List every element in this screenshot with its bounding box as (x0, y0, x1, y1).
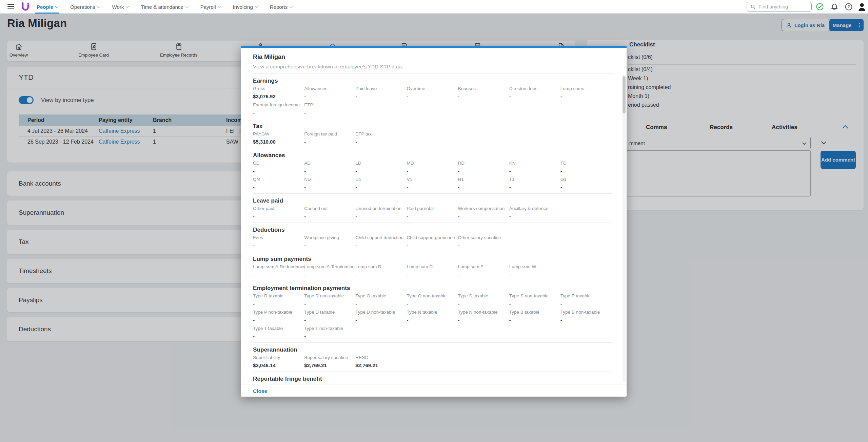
close-button[interactable]: Close (253, 388, 267, 394)
field: Lump sum A:Redundancy- (253, 264, 304, 277)
section-title: Employment termination payments (253, 285, 612, 292)
field: MD- (407, 161, 458, 174)
field-label: AD (304, 161, 355, 166)
field-value: - (253, 213, 304, 219)
field: Type S non-taxable- (509, 293, 560, 307)
field: Gross$3,076.92 (253, 86, 304, 99)
help-icon[interactable]: ? (845, 3, 853, 11)
section-field-grid: Fees-Workplace giving-Child support dedu… (253, 235, 612, 248)
field-value: - (509, 213, 560, 219)
field-label: H1 (458, 177, 509, 182)
field-value: - (407, 243, 458, 248)
field-label: Type O taxable (355, 293, 407, 298)
scrollbar-thumb[interactable] (623, 76, 626, 113)
field: Child support deduction- (355, 235, 407, 248)
field-value: - (304, 317, 355, 323)
field-label: Type R taxable (253, 293, 304, 298)
section-title: Superannuation (253, 346, 612, 353)
field: LD- (355, 161, 407, 174)
field: AD- (304, 161, 355, 174)
search-input[interactable] (758, 4, 806, 9)
field-value: - (458, 272, 509, 277)
nav-item-time-attendance[interactable]: Time & attendance (141, 0, 188, 14)
nav-item-operations[interactable]: Operations (70, 0, 100, 14)
field-label: Ancillary & defence (509, 206, 560, 211)
nav-item-people[interactable]: People (37, 0, 58, 14)
field-value: - (560, 93, 612, 99)
field-label: Super liability (253, 355, 304, 360)
field-label: Type B non-taxable (560, 310, 612, 315)
scrollbar-track[interactable] (623, 75, 626, 382)
chevron-down-icon (255, 4, 258, 8)
field: RESC$2,769.21 (355, 355, 407, 368)
field-label: Type N non-taxable (458, 310, 509, 315)
modal-section-leave-paid: Leave paidOther paid-Cashed out-Unused o… (253, 194, 612, 223)
chevron-down-icon (218, 4, 221, 8)
divider (241, 384, 627, 384)
modal-section-deductions: DeductionsFees-Workplace giving-Child su… (253, 223, 612, 252)
modal-body: EarningsGross$3,076.92Allowances-Paid le… (253, 74, 612, 383)
notifications-bell-icon[interactable] (830, 3, 839, 11)
field: Other paid- (253, 206, 304, 219)
app-root: PeopleOperationsWorkTime & attendancePay… (0, 0, 868, 442)
section-title: Reportable fringe benefit (253, 376, 612, 382)
field: G1- (560, 177, 612, 190)
section-field-grid: Lump sum A:Redundancy-Lump sum A:Termina… (253, 264, 612, 277)
field-label: Lump sum D (407, 264, 458, 269)
field-value: - (458, 301, 509, 307)
field: Lump sum B- (355, 264, 407, 277)
field-label: RESC (355, 355, 407, 360)
field-label: ETP tax (355, 131, 407, 136)
field: Type N taxable- (407, 310, 458, 323)
field-label: Lump sum B (355, 264, 407, 269)
field-label: Type P non-taxable (253, 310, 304, 315)
field-value: - (560, 168, 612, 174)
modal-section-tax: TaxPAYGW$5,310.00Foreign tax paid-ETP ta… (253, 119, 612, 148)
field-label: Other paid (253, 206, 304, 211)
nav-item-invoicing[interactable]: Invoicing (233, 0, 258, 14)
field-label: U1 (355, 177, 407, 182)
section-field-grid: Super liability$3,046.14Super salary sac… (253, 355, 612, 368)
field: RD- (458, 161, 509, 174)
field: Workplace giving- (304, 235, 355, 248)
field: Type O taxable- (355, 293, 407, 307)
field-label: Lump sum E (458, 264, 509, 269)
modal-section-allowances: AllowancesCD-AD-LD-MD-RD-KN-TD-QN-ND-U1-… (253, 148, 612, 194)
field: Workers compensation- (458, 206, 509, 219)
nav-item-work[interactable]: Work (112, 0, 129, 14)
field: Type D taxable- (304, 310, 355, 323)
brand-logo-icon[interactable] (21, 2, 30, 12)
field-value: - (304, 333, 355, 339)
field-value: $3,046.14 (253, 362, 304, 368)
nav-item-label: Operations (70, 4, 95, 10)
field: U1- (355, 177, 407, 190)
field: Type D non-taxable- (355, 310, 407, 323)
field: Paid parental- (407, 206, 458, 219)
field-value: - (253, 333, 304, 339)
user-avatar[interactable] (857, 2, 865, 10)
field: Cashed out- (304, 206, 355, 219)
nav-item-payroll[interactable]: Payroll (200, 0, 221, 14)
field-label: Workplace giving (304, 235, 355, 240)
field: Type T non-taxable- (304, 326, 355, 339)
field-value: - (509, 317, 560, 323)
field: Overtime- (407, 86, 458, 99)
field-label: Unused on termination (355, 206, 407, 211)
global-search[interactable] (747, 2, 812, 12)
field-label: Exempt foreign income (253, 102, 304, 107)
field-value: - (355, 301, 407, 307)
field-value: $2,769.21 (304, 362, 355, 368)
status-check-icon[interactable] (816, 3, 824, 11)
field-label: Allowances (304, 86, 355, 91)
field-label: G1 (560, 177, 612, 182)
field: QN- (253, 177, 304, 190)
section-title: Deductions (253, 227, 612, 233)
hamburger-menu-icon[interactable] (7, 4, 14, 9)
field-value: - (304, 139, 355, 145)
nav-item-label: Invoicing (233, 4, 253, 10)
field: H1- (458, 177, 509, 190)
section-title: Tax (253, 123, 612, 130)
field-label: KN (509, 161, 560, 166)
nav-item-reports[interactable]: Reports (270, 0, 293, 14)
nav-item-label: Reports (270, 4, 288, 10)
